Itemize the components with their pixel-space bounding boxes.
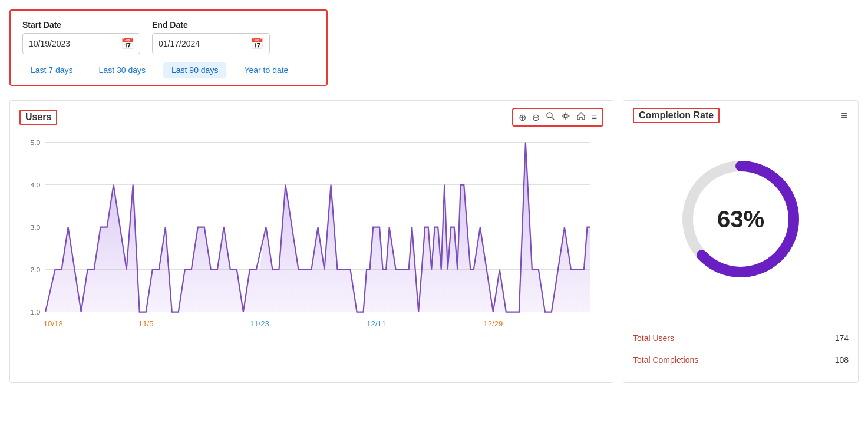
svg-text:12/11: 12/11 [367, 319, 386, 328]
users-chart: 5.0 4.0 3.0 2.0 1.0 [19, 136, 603, 348]
main-content: Users ⊕ ⊖ [9, 100, 859, 383]
end-date-label: End Date [152, 20, 270, 29]
svg-text:10/18: 10/18 [44, 319, 63, 328]
users-panel-title: Users [19, 110, 57, 125]
end-date-calendar-icon[interactable]: 📅 [250, 37, 263, 50]
completion-panel-title: Completion Rate [633, 108, 720, 123]
total-completions-value: 108 [835, 355, 849, 365]
svg-text:12/29: 12/29 [483, 319, 503, 328]
total-users-value: 174 [835, 333, 849, 343]
end-date-value: 01/17/2024 [159, 39, 250, 48]
start-date-value: 10/19/2023 [29, 39, 121, 48]
end-date-input[interactable]: 01/17/2024 📅 [152, 33, 270, 54]
total-completions-label: Total Completions [633, 355, 698, 365]
users-panel-header: Users ⊕ ⊖ [10, 101, 613, 131]
zoom-in-icon[interactable]: ⊕ [517, 111, 528, 124]
svg-text:3.0: 3.0 [30, 223, 40, 231]
svg-line-1 [552, 117, 554, 120]
svg-text:11/5: 11/5 [138, 319, 154, 328]
completion-panel: Completion Rate ≡ 63% Total Users 174 [623, 100, 859, 383]
zoom-out-icon[interactable]: ⊖ [530, 111, 542, 124]
donut-chart: 63% [676, 154, 806, 284]
start-date-label: Start Date [22, 20, 140, 29]
stats-table: Total Users 174 Total Completions 108 [623, 328, 858, 382]
quick-filters-row: Last 7 days Last 30 days Last 90 days Ye… [22, 62, 315, 78]
total-completions-row: Total Completions 108 [633, 349, 849, 371]
last-7-days-button[interactable]: Last 7 days [22, 62, 81, 78]
svg-text:1.0: 1.0 [30, 308, 40, 316]
last-30-days-button[interactable]: Last 30 days [91, 62, 154, 78]
pan-icon[interactable] [559, 110, 572, 124]
year-to-date-button[interactable]: Year to date [236, 62, 296, 78]
svg-text:11/23: 11/23 [250, 319, 269, 328]
svg-text:2.0: 2.0 [30, 266, 40, 274]
completion-menu-icon[interactable]: ≡ [841, 109, 849, 123]
total-users-row: Total Users 174 [633, 328, 849, 349]
date-filter-section: Start Date 10/19/2023 📅 End Date 01/17/2… [9, 9, 328, 86]
chart-toolbar: ⊕ ⊖ [512, 108, 603, 127]
total-users-label: Total Users [633, 333, 674, 343]
start-date-calendar-icon[interactable]: 📅 [121, 37, 134, 50]
donut-container: 63% [623, 128, 858, 328]
svg-point-2 [564, 115, 567, 118]
chart-area: 5.0 4.0 3.0 2.0 1.0 [10, 131, 613, 355]
completion-percentage: 63% [717, 206, 764, 232]
date-inputs-row: Start Date 10/19/2023 📅 End Date 01/17/2… [22, 20, 315, 54]
start-date-input[interactable]: 10/19/2023 📅 [22, 33, 140, 54]
menu-icon[interactable]: ≡ [590, 111, 599, 124]
svg-text:5.0: 5.0 [30, 138, 40, 147]
users-panel: Users ⊕ ⊖ [9, 100, 613, 383]
last-90-days-button[interactable]: Last 90 days [163, 62, 226, 78]
svg-text:4.0: 4.0 [30, 181, 40, 189]
search-icon[interactable] [544, 110, 557, 124]
home-icon[interactable] [575, 110, 588, 124]
start-date-field: Start Date 10/19/2023 📅 [22, 20, 140, 54]
end-date-field: End Date 01/17/2024 📅 [152, 20, 270, 54]
completion-panel-header: Completion Rate ≡ [623, 101, 858, 128]
